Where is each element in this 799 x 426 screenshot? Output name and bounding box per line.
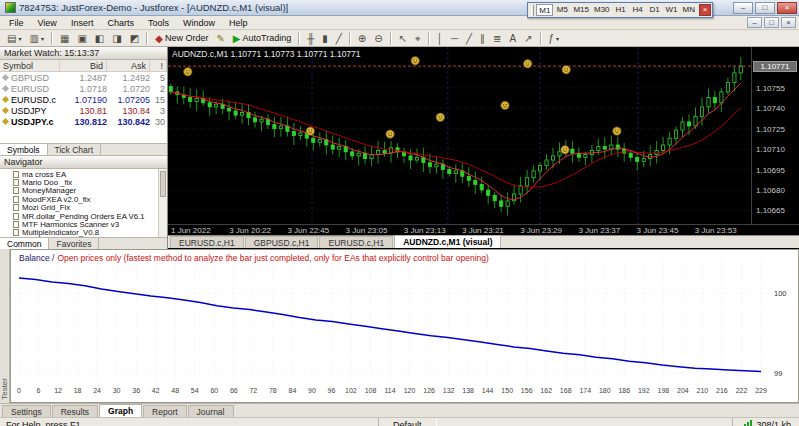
open-prices-warning: Open prices only (fastest method to anal… (57, 253, 488, 263)
tester-x-tick-label: 18 (74, 387, 82, 394)
tester-caption-bar[interactable]: Tester (0, 249, 10, 403)
zoom-in-button[interactable]: ⊕ (354, 31, 370, 46)
text-label-button[interactable]: A (505, 31, 520, 46)
status-profile[interactable]: Default (378, 418, 437, 426)
chart-close-button[interactable]: × (781, 17, 796, 28)
navigator-tab-favorites[interactable]: Favorites (49, 238, 99, 249)
market-watch-row[interactable]: GBPUSD1.24871.24925 (0, 72, 167, 83)
timeframe-w1-button[interactable]: W1 (664, 4, 680, 16)
column-header-spread[interactable]: ! (150, 60, 167, 71)
tester-tab-journal[interactable]: Journal (188, 405, 234, 417)
menu-help[interactable]: Help (222, 17, 255, 29)
tester-tab-graph[interactable]: Graph (99, 404, 142, 417)
timeframe-h1-button[interactable]: H1 (613, 4, 629, 16)
market-watch-button[interactable]: ▦ (56, 31, 73, 46)
menu-view[interactable]: View (31, 17, 64, 29)
equidistant-channel-button[interactable]: ∥ (476, 31, 489, 46)
candle-body (707, 97, 710, 107)
navigator-tab-common[interactable]: Common (0, 238, 49, 249)
scrollbar-thumb[interactable] (160, 171, 166, 197)
market-watch-row[interactable]: USDJPY130.81130.843 (0, 105, 167, 116)
time-axis[interactable]: 1 Jun 20223 Jun 20:223 Jun 22:453 Jun 23… (168, 224, 799, 235)
trendline-button[interactable]: ╱ (462, 31, 476, 46)
chart-line-button[interactable]: ╱ (332, 31, 346, 46)
tester-tab-report[interactable]: Report (143, 405, 187, 417)
chart-candles-button[interactable]: ▮ (318, 31, 332, 46)
bid-value: 1.0718 (60, 84, 107, 94)
new-chart-button[interactable]: ▤▾ (3, 31, 25, 46)
candle-body (428, 163, 431, 167)
chart-tab-eurusd-c-h1[interactable]: EURUSD.c,H1 (170, 236, 244, 248)
candle-body (279, 126, 282, 129)
smiley-circle (411, 57, 419, 65)
tester-note: Balance /Open prices only (fastest metho… (19, 253, 489, 263)
price-chart-canvas[interactable] (168, 47, 751, 224)
timeframe-d1-button[interactable]: D1 (647, 4, 663, 16)
market-watch-row[interactable]: USDJPY.c130.812130.84230 (0, 116, 167, 127)
menu-insert[interactable]: Insert (64, 17, 101, 29)
navigator-caption: Navigator (0, 156, 167, 169)
tester-tab-settings[interactable]: Settings (2, 405, 51, 417)
fibonacci-retracement-button[interactable]: ≣ (489, 31, 505, 46)
cursor-button[interactable]: ↖ (395, 31, 411, 46)
timeframe-m1-button[interactable]: M1 (536, 4, 553, 16)
navigator-scrollbar[interactable] (158, 169, 167, 237)
horizontal-line-button[interactable]: ─ (447, 31, 462, 46)
timeframe-m15-button[interactable]: M15 (571, 4, 591, 16)
zoom-out-button[interactable]: ⊖ (370, 31, 386, 46)
market-watch-row[interactable]: EURUSD1.07181.07202 (0, 83, 167, 94)
timeframe-m30-button[interactable]: M30 (592, 4, 612, 16)
indicators-button[interactable]: ƒ▾ (545, 31, 564, 46)
chart-tab-audnzd-c-m1-visual[interactable]: AUDNZD.c,M1 (visual) (394, 235, 501, 248)
spread-value: 3 (150, 106, 167, 116)
data-window-button[interactable]: ▣ (73, 31, 90, 46)
tester-tab-results[interactable]: Results (52, 405, 98, 417)
arrow-tool-button[interactable]: ↗ (520, 31, 536, 46)
symbol-name: EURUSD.c (11, 95, 56, 105)
chart-restore-button[interactable]: □ (764, 17, 779, 28)
chart-minimize-button[interactable]: – (747, 17, 762, 28)
chart-bars-button[interactable]: ╫ (303, 31, 318, 46)
market-watch-tab-tick-chart[interactable]: Tick Chart (48, 144, 101, 155)
zoom-out-icon: ⊖ (374, 32, 382, 45)
toolbar-grip[interactable] (531, 5, 534, 16)
price-axis[interactable]: 1.107701.107551.107401.107251.107101.106… (751, 47, 799, 224)
autotrading-button[interactable]: ▶AutoTrading (229, 31, 295, 46)
crosshair-button[interactable]: ⌖ (411, 31, 425, 46)
column-header-ask[interactable]: Ask (107, 60, 150, 71)
vertical-line-button[interactable]: │ (433, 31, 447, 46)
timeframe-h4-button[interactable]: H4 (630, 4, 646, 16)
column-header-bid[interactable]: Bid (60, 60, 107, 71)
strategy-tester-button[interactable]: ◩ (126, 31, 143, 46)
menu-charts[interactable]: Charts (100, 17, 141, 29)
menu-window[interactable]: Window (176, 17, 222, 29)
window-close-button[interactable]: × (777, 2, 797, 14)
smiley-eye (566, 148, 567, 149)
market-watch-tab-symbols[interactable]: Symbols (0, 144, 48, 155)
price-tick-label: 1.10740 (756, 104, 785, 113)
chart-area[interactable]: AUDNZD.c,M1 1.10771 1.10773 1.10771 1.10… (168, 47, 799, 224)
new-order-button[interactable]: ◆New Order (151, 31, 212, 46)
timeframes-close-button[interactable]: × (699, 4, 711, 16)
window-maximize-button[interactable]: □ (755, 2, 775, 14)
window-minimize-button[interactable]: – (733, 2, 753, 14)
timeframe-mn-button[interactable]: MN (681, 4, 697, 16)
tester-x-tick-label: 72 (249, 387, 257, 394)
profiles-button[interactable]: ▥▾ (25, 31, 47, 46)
terminal-button[interactable]: ◨ (108, 31, 125, 46)
menu-tools[interactable]: Tools (141, 17, 176, 29)
candle-body (493, 195, 496, 200)
navigator-button[interactable]: ◧ (91, 31, 108, 46)
candle-body (551, 156, 554, 160)
tester-y-tick-label: 100 (774, 289, 787, 298)
chart-tab-eurusd-c-h1[interactable]: EURUSD.c,H1 (319, 236, 393, 248)
menu-file[interactable]: File (2, 17, 31, 29)
column-header-symbol[interactable]: Symbol (0, 60, 60, 71)
market-watch-row[interactable]: EURUSD.c1.071901.0720515 (0, 94, 167, 105)
metaeditor-button[interactable]: ✎ (212, 31, 228, 46)
smiley-eye (416, 59, 417, 60)
navigator-item-multipleindicator-v0-8[interactable]: MultipleIndicator_V0.8 (0, 229, 167, 237)
timeframe-m5-button[interactable]: M5 (554, 4, 570, 16)
toolbar-separator (349, 32, 351, 45)
chart-tab-gbpusd-c-h1[interactable]: GBPUSD.c,H1 (245, 236, 319, 248)
